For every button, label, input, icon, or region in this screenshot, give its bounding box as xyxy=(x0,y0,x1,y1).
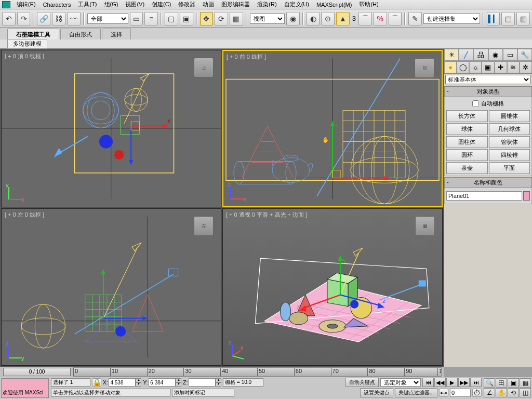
select-object-button[interactable]: ▭ xyxy=(130,12,143,25)
object-name-field[interactable] xyxy=(446,191,522,201)
viewport-front[interactable]: [ + 0 前 0 线框 ] 前 xyxy=(222,50,443,207)
prim-box-button[interactable]: 长方体 xyxy=(446,110,488,122)
cat-geometry-icon[interactable]: ● xyxy=(444,61,457,73)
viewcube-top-icon[interactable]: 上 xyxy=(194,58,214,77)
menu-grapheditor[interactable]: 图形编辑器 xyxy=(218,0,253,9)
align-button[interactable]: ▤ xyxy=(501,12,515,25)
viewport-perspective[interactable]: [ + 0 透视 0 平滑 + 高光 + 边面 ] ▦ xyxy=(222,208,443,366)
bind-button[interactable]: 〰 xyxy=(67,12,81,25)
menu-maxscript[interactable]: MAXScript(M) xyxy=(313,1,355,8)
setkey-button[interactable]: 设置关键点 xyxy=(360,388,393,397)
transform-z-field[interactable] xyxy=(189,378,216,387)
time-slider-handle[interactable]: 0 / 100 xyxy=(3,368,71,376)
named-selection-combo[interactable]: 创建选择集 xyxy=(423,14,480,24)
next-frame-button[interactable]: ▶▶ xyxy=(458,378,470,387)
link-button[interactable]: 🔗 xyxy=(37,12,50,25)
manipulate-button[interactable]: ◐ xyxy=(307,12,320,25)
lock-selection-icon[interactable]: 🔒 xyxy=(92,378,101,387)
tab-selection[interactable]: 选择 xyxy=(102,29,131,39)
tab-create-icon[interactable]: ✳ xyxy=(444,49,459,61)
angle-snap-button[interactable]: ⌒ xyxy=(358,12,372,25)
keyfilters-button[interactable]: 关键点过滤器... xyxy=(395,388,437,397)
object-color-swatch[interactable] xyxy=(523,191,530,201)
prev-frame-button[interactable]: ◀◀ xyxy=(434,378,446,387)
cat-helpers-icon[interactable]: ✚ xyxy=(495,61,507,73)
time-config-icon[interactable]: ⏱ xyxy=(472,389,482,397)
percent-snap-button[interactable]: % xyxy=(374,12,387,25)
zoom-icon[interactable]: 🔍 xyxy=(484,378,495,388)
menu-view[interactable]: 视图(V) xyxy=(122,0,148,9)
rect-select-button[interactable]: ▢ xyxy=(165,12,178,25)
undo-button[interactable]: ↶ xyxy=(2,12,16,25)
pivot-button[interactable]: ◉ xyxy=(286,12,300,25)
prim-cone-button[interactable]: 圆锥体 xyxy=(489,110,530,122)
menu-customize[interactable]: 自定义(U) xyxy=(281,0,312,9)
tab-freeform[interactable]: 自由形式 xyxy=(60,29,101,39)
snap-toggle-button[interactable]: ▲ xyxy=(336,12,350,25)
prim-tube-button[interactable]: 管状体 xyxy=(489,136,530,148)
key-mode-icon[interactable]: ⊷ xyxy=(439,389,448,397)
menu-tools[interactable]: 工具(T) xyxy=(75,0,100,9)
select-by-name-button[interactable]: ≡ xyxy=(144,12,158,25)
window-crossing-button[interactable]: ▣ xyxy=(180,12,193,25)
prim-torus-button[interactable]: 圆环 xyxy=(446,149,488,161)
goto-start-button[interactable]: ⏮ xyxy=(422,378,434,387)
tab-graphite[interactable]: 石墨建模工具 xyxy=(7,29,59,39)
maxscript-mini-listener[interactable]: 欢迎使用 MAXSci xyxy=(1,378,49,398)
menu-render[interactable]: 渲染(R) xyxy=(254,0,280,9)
mirror-button[interactable]: ▌▎ xyxy=(487,12,500,25)
move-button[interactable]: ✥ xyxy=(200,12,214,25)
time-tag-field[interactable]: 添加时间标记 xyxy=(172,389,234,397)
tab-modify-icon[interactable]: ╱ xyxy=(459,49,473,61)
prim-plane-button[interactable]: 平面 xyxy=(489,162,530,174)
transform-x-field[interactable] xyxy=(109,378,136,387)
tab-hierarchy-icon[interactable]: 品 xyxy=(473,49,488,61)
viewport-left[interactable]: [ + 0 左 0 线框 ] 左 yz xyxy=(1,208,221,366)
menu-edit[interactable]: 编辑(E) xyxy=(14,0,39,9)
named-sel-edit-button[interactable]: ✎ xyxy=(408,12,422,25)
menu-help[interactable]: 帮助(H) xyxy=(356,0,381,9)
menu-modifiers[interactable]: 修改器 xyxy=(175,0,198,9)
maximize-viewport-icon[interactable]: ◫ xyxy=(520,388,531,397)
orbit-icon[interactable]: ⟲ xyxy=(508,388,519,397)
play-button[interactable]: ▶ xyxy=(446,378,458,387)
unlink-button[interactable]: ⛓ xyxy=(52,12,65,25)
menu-animation[interactable]: 动画 xyxy=(200,0,217,9)
cat-lights-icon[interactable]: ☼ xyxy=(469,61,482,73)
autogrid-checkbox[interactable] xyxy=(472,100,479,107)
cat-cameras-icon[interactable]: ▣ xyxy=(482,61,494,73)
transform-y-field[interactable] xyxy=(149,378,176,387)
rotate-button[interactable]: ⟳ xyxy=(215,12,228,25)
tab-display-icon[interactable]: ▭ xyxy=(503,49,517,61)
zoom-all-icon[interactable]: 田 xyxy=(496,378,507,388)
tab-utilities-icon[interactable]: 🔧 xyxy=(517,49,532,61)
viewcube-front-icon[interactable]: 前 xyxy=(415,58,434,78)
zoom-extents-icon[interactable]: ▣ xyxy=(508,378,519,388)
rollout-object-type[interactable]: -对象类型 xyxy=(444,86,532,97)
prim-pyramid-button[interactable]: 四棱锥 xyxy=(489,149,530,161)
viewcube-left-icon[interactable]: 左 xyxy=(194,216,214,236)
viewport-top[interactable]: [ + 0 顶 0 线框 ] 上 x xyxy=(1,50,221,207)
timeline[interactable]: 0 / 100 0 10 20 30 40 50 60 70 80 90 100 xyxy=(0,367,444,377)
cat-shapes-icon[interactable]: ◯ xyxy=(457,61,469,73)
prim-sphere-button[interactable]: 球体 xyxy=(446,123,488,135)
rollout-name-color[interactable]: -名称和颜色 xyxy=(444,177,532,188)
subtab-polymodel[interactable]: 多边形建模 xyxy=(7,39,47,49)
selection-filter-combo[interactable]: 全部 xyxy=(87,14,128,24)
prim-geosphere-button[interactable]: 几何球体 xyxy=(489,123,530,135)
ref-coord-combo[interactable]: 视图 xyxy=(250,14,285,24)
cat-spacewarps-icon[interactable]: ≋ xyxy=(507,61,520,73)
layers-button[interactable]: ▦ xyxy=(516,12,530,25)
menu-group[interactable]: 组(G) xyxy=(101,0,122,9)
scale-button[interactable]: ▥ xyxy=(230,12,243,25)
prim-teapot-button[interactable]: 茶壶 xyxy=(446,162,488,174)
spinner-snap-button[interactable]: ⌒ xyxy=(389,12,402,25)
goto-end-button[interactable]: ⏭ xyxy=(470,378,482,387)
keymode-button[interactable]: ⊙ xyxy=(321,12,335,25)
autokey-button[interactable]: 自动关键点 xyxy=(345,378,379,387)
redo-button[interactable]: ↷ xyxy=(17,12,31,25)
pan-icon[interactable]: ✋ xyxy=(496,388,507,397)
menu-create[interactable]: 创建(C) xyxy=(149,0,174,9)
menu-characters[interactable]: Characters xyxy=(40,1,74,8)
key-target-combo[interactable]: 选定对象 xyxy=(380,378,421,387)
